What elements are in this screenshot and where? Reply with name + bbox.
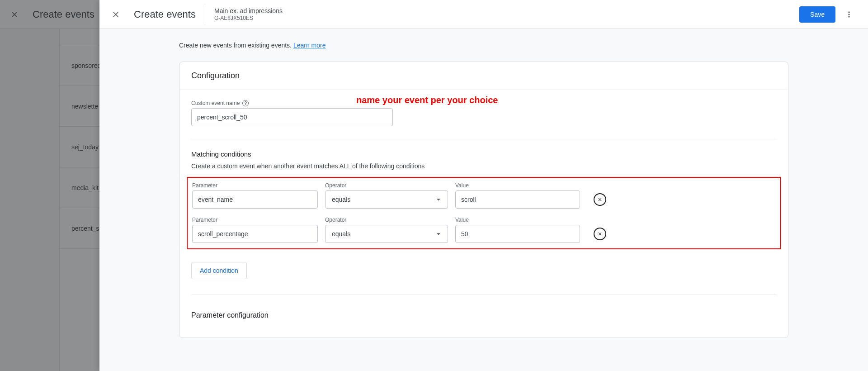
value-input[interactable]: [455, 225, 580, 243]
chevron-down-icon: [434, 229, 443, 238]
panel-title: Create events: [134, 9, 196, 20]
value-label: Value: [455, 217, 580, 223]
learn-more-link[interactable]: Learn more: [293, 42, 326, 49]
operator-select[interactable]: equals: [325, 190, 448, 209]
condition-row: Parameter Operator equals: [192, 182, 775, 209]
operator-value: equals: [332, 230, 350, 238]
divider: [205, 6, 205, 23]
parameter-configuration-heading: Parameter configuration: [191, 311, 776, 319]
remove-condition-button[interactable]: [594, 193, 606, 206]
card-content: Custom event name ? Matching conditions …: [179, 90, 788, 338]
value-label: Value: [455, 182, 580, 189]
conditions-highlight-box: Parameter Operator equals: [187, 177, 781, 249]
custom-event-label-text: Custom event name: [191, 100, 240, 106]
close-button[interactable]: [110, 9, 121, 20]
custom-event-name-input[interactable]: [191, 108, 393, 126]
operator-value: equals: [332, 196, 350, 203]
divider: [191, 295, 776, 295]
panel-body[interactable]: Create new events from existing events. …: [99, 29, 868, 371]
operator-label: Operator: [325, 217, 448, 223]
operator-select[interactable]: equals: [325, 225, 448, 243]
property-id: G-AE8JX510ES: [214, 15, 283, 22]
operator-label: Operator: [325, 182, 448, 189]
matching-subtext: Create a custom event when another event…: [191, 162, 776, 170]
property-name: Main ex. ad impressions: [214, 7, 283, 15]
close-circle-icon: [597, 197, 603, 202]
panel-header: Create events Main ex. ad impressions G-…: [99, 0, 868, 29]
save-button[interactable]: Save: [799, 6, 835, 23]
parameter-label: Parameter: [192, 182, 318, 189]
helper-text: Create new events from existing events. …: [179, 42, 868, 49]
parameter-input[interactable]: [192, 225, 318, 243]
parameter-label: Parameter: [192, 217, 318, 223]
helper-label: Create new events from existing events.: [179, 42, 293, 49]
help-icon[interactable]: ?: [242, 100, 249, 106]
annotation-text: name your event per your choice: [356, 95, 498, 105]
parameter-input[interactable]: [192, 190, 318, 209]
close-icon: [111, 10, 120, 19]
divider: [191, 139, 776, 139]
close-circle-icon: [597, 231, 603, 237]
value-input[interactable]: [455, 190, 580, 209]
property-info: Main ex. ad impressions G-AE8JX510ES: [214, 7, 283, 22]
add-condition-button[interactable]: Add condition: [191, 262, 247, 279]
card-title: Configuration: [179, 62, 788, 90]
chevron-down-icon: [434, 195, 443, 204]
create-event-panel: Create events Main ex. ad impressions G-…: [99, 0, 868, 371]
remove-condition-button[interactable]: [594, 228, 606, 240]
condition-row: Parameter Operator equals: [192, 217, 775, 243]
more-vert-icon: [844, 10, 854, 19]
more-menu-button[interactable]: [841, 6, 857, 23]
matching-heading: Matching conditions: [191, 150, 776, 158]
